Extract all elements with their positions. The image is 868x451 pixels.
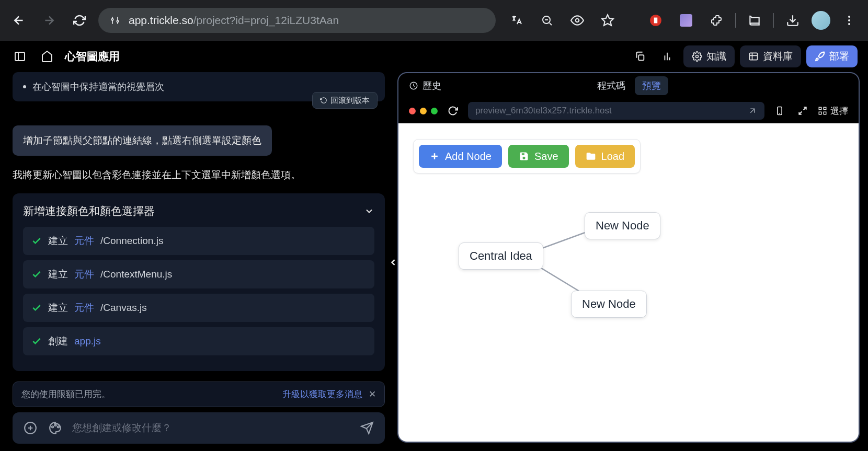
expand-icon[interactable] <box>795 103 810 119</box>
bullet-dot <box>23 85 26 88</box>
app-toolbar: 心智圖應用 知識 資料庫 部署 <box>0 41 868 72</box>
quota-banner: 您的使用限額已用完。 升級以獲取更多消息 ✕ <box>13 381 385 407</box>
assistant-message: 我將更新心智圖以包含彩色連接並在上下文選單中新增顏色選項。 <box>13 167 385 183</box>
mindmap-toolbar: Add Node Save Load <box>413 139 641 174</box>
chat-panel: 在心智圖中保持適當的視覺層次 回滾到版本 增加子節點與父節點的連結線，點選右側選… <box>0 72 397 451</box>
home-icon[interactable] <box>38 47 56 66</box>
composer <box>13 412 385 444</box>
traffic-lights <box>409 108 438 114</box>
task-panel: 新增連接顏色和顏色選擇器 建立元件/Connection.js 建立元件/Con… <box>13 193 385 371</box>
extension-icon-1[interactable] <box>675 9 698 32</box>
star-icon[interactable] <box>596 9 619 32</box>
code-tab[interactable]: 程式碼 <box>590 76 633 95</box>
database-button[interactable]: 資料庫 <box>740 45 801 67</box>
forward-button[interactable] <box>38 9 61 32</box>
svg-point-8 <box>848 19 850 21</box>
url-text: app.trickle.so/project?id=proj_12iLZU3tA… <box>129 14 339 27</box>
mindmap-node[interactable]: New Node <box>585 212 660 239</box>
preview-tab[interactable]: 預覽 <box>635 76 668 95</box>
refresh-icon[interactable] <box>445 103 461 119</box>
mindmap-node-central[interactable]: Central Idea <box>459 242 543 270</box>
check-icon <box>31 336 42 346</box>
site-settings-icon[interactable] <box>109 14 121 27</box>
preview-url[interactable]: preview_6m30tel3x257.trickle.host <box>468 102 764 120</box>
svg-point-17 <box>58 426 59 427</box>
send-icon[interactable] <box>359 420 375 436</box>
bullet-text: 在心智圖中保持適當的視覺層次 <box>32 80 164 93</box>
quota-message: 您的使用限額已用完。 <box>21 388 110 400</box>
separator <box>735 13 736 28</box>
add-icon[interactable] <box>22 420 39 436</box>
history-tab[interactable]: 歷史 <box>409 79 441 92</box>
svg-point-12 <box>696 55 699 58</box>
svg-point-9 <box>848 23 850 25</box>
svg-point-3 <box>576 19 579 22</box>
load-button[interactable]: Load <box>575 145 635 168</box>
browser-toolbar: app.trickle.so/project?id=proj_12iLZU3tA… <box>0 0 868 41</box>
close-icon[interactable]: ✕ <box>369 389 376 400</box>
svg-point-7 <box>848 16 850 18</box>
task-title: 新增連接顏色和顏色選擇器 <box>23 204 155 218</box>
chevron-down-icon <box>364 206 374 216</box>
back-button[interactable] <box>7 9 30 32</box>
svg-point-15 <box>52 426 53 427</box>
svg-point-0 <box>111 19 113 20</box>
copy-icon[interactable] <box>629 45 651 67</box>
save-button[interactable]: Save <box>508 145 569 168</box>
revert-button[interactable]: 回滾到版本 <box>312 92 378 109</box>
extensions-icon[interactable] <box>705 9 728 32</box>
palette-icon[interactable] <box>47 420 64 436</box>
eye-icon[interactable] <box>566 9 589 32</box>
download-icon[interactable] <box>781 9 804 32</box>
reload-button[interactable] <box>68 9 91 32</box>
separator <box>773 13 774 28</box>
upgrade-link[interactable]: 升級以獲取更多消息 <box>282 388 362 400</box>
sidebar-toggle-icon[interactable] <box>10 47 29 66</box>
zoom-icon[interactable] <box>535 9 558 32</box>
task-item[interactable]: 創建app.js <box>23 327 374 355</box>
task-item[interactable]: 建立元件/Canvas.js <box>23 294 374 322</box>
chart-icon[interactable] <box>656 45 678 67</box>
svg-point-16 <box>54 424 56 426</box>
preview-toolbar: preview_6m30tel3x257.trickle.host 選擇 <box>398 98 859 123</box>
check-icon <box>31 269 42 280</box>
deploy-button[interactable]: 部署 <box>806 45 858 67</box>
adblock-icon[interactable] <box>644 9 667 32</box>
app-title: 心智圖應用 <box>65 49 120 64</box>
svg-marker-4 <box>602 15 613 26</box>
composer-input[interactable] <box>72 422 350 434</box>
add-node-button[interactable]: Add Node <box>419 145 502 168</box>
task-item[interactable]: 建立元件/ContextMenu.js <box>23 260 374 288</box>
avatar[interactable] <box>812 11 830 30</box>
preview-panel: 歷史 程式碼 預覽 preview_6m30tel3x257.trickle.h… <box>397 72 860 443</box>
reader-icon[interactable] <box>743 9 766 32</box>
collapse-handle[interactable] <box>385 250 397 275</box>
check-icon <box>31 303 42 313</box>
knowledge-button[interactable]: 知識 <box>683 45 735 67</box>
translate-icon[interactable] <box>505 9 528 32</box>
context-box: 在心智圖中保持適當的視覺層次 回滾到版本 <box>13 72 385 101</box>
mobile-icon[interactable] <box>772 103 787 119</box>
user-message: 增加子節點與父節點的連結線，點選右側選單設定顏色 <box>13 125 272 156</box>
check-icon <box>31 236 42 246</box>
preview-tabs: 歷史 程式碼 預覽 <box>398 73 859 98</box>
svg-rect-10 <box>15 52 25 61</box>
task-item[interactable]: 建立元件/Connection.js <box>23 227 374 255</box>
select-button[interactable]: 選擇 <box>818 105 848 117</box>
open-external-icon[interactable] <box>748 106 757 115</box>
svg-point-1 <box>117 20 118 22</box>
task-header[interactable]: 新增連接顏色和顏色選擇器 <box>23 204 374 218</box>
svg-rect-11 <box>638 55 644 60</box>
mindmap-node[interactable]: New Node <box>571 291 647 318</box>
svg-rect-6 <box>654 18 658 24</box>
menu-icon[interactable] <box>838 9 861 32</box>
svg-rect-13 <box>750 53 758 60</box>
url-bar[interactable]: app.trickle.so/project?id=proj_12iLZU3tA… <box>98 8 496 33</box>
preview-frame: Add Node Save Load Central Idea New Node… <box>398 123 859 442</box>
